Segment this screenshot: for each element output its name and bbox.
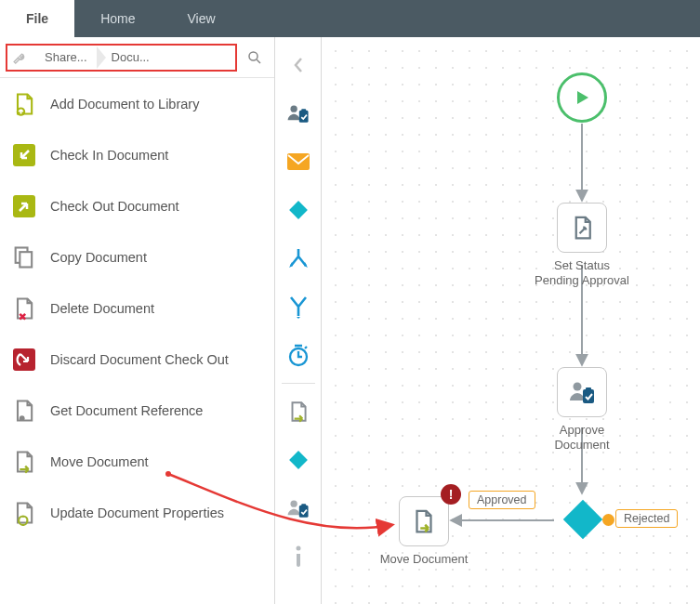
approve-node[interactable]: Approve Document [531, 367, 633, 453]
svg-point-0 [249, 52, 258, 60]
action-doc-ref[interactable]: Get Document Reference [0, 385, 274, 436]
svg-point-10 [290, 105, 297, 112]
svg-rect-13 [287, 153, 310, 170]
action-doc-x[interactable]: Delete Document [0, 282, 274, 334]
split-icon[interactable] [275, 234, 322, 282]
breadcrumb[interactable]: Share... Docu... [6, 44, 237, 72]
menubar: File Home View [0, 0, 700, 37]
action-label: Delete Document [50, 301, 154, 316]
envelope-icon[interactable] [275, 138, 322, 186]
timer-icon[interactable] [275, 331, 322, 379]
doc-ref-icon [11, 398, 37, 424]
action-arrow-in[interactable]: Check In Document [0, 129, 274, 180]
action-arrow-out[interactable]: Check Out Document [0, 180, 274, 231]
search-button[interactable] [241, 44, 269, 72]
doc-go-icon[interactable] [275, 387, 322, 436]
action-label: Discard Document Check Out [50, 352, 229, 367]
svg-rect-28 [563, 500, 602, 539]
doc-x-icon [11, 295, 37, 322]
start-node[interactable] [531, 72, 633, 123]
svg-point-25 [574, 383, 582, 391]
doc-move-icon [11, 449, 37, 475]
crumb-share[interactable]: Share... [30, 46, 97, 69]
decision-node[interactable] [560, 496, 606, 543]
svg-rect-11 [298, 111, 308, 123]
alert-icon: ! [441, 484, 461, 505]
action-doc-copy[interactable]: Copy Document [0, 231, 274, 282]
crumb-docu[interactable]: Docu... [97, 46, 159, 69]
svg-rect-14 [289, 201, 308, 219]
action-doc-up[interactable]: Add Document to Library [0, 78, 274, 129]
connector-dot [602, 514, 614, 526]
set-status-node[interactable]: Set Status Pending Approval [531, 203, 633, 289]
svg-rect-6 [20, 252, 32, 267]
action-discard[interactable]: Discard Document Check Out [0, 334, 274, 385]
svg-rect-27 [586, 387, 591, 391]
diamond-icon[interactable] [275, 186, 322, 234]
menu-tab-view[interactable]: View [161, 0, 241, 37]
approved-badge: Approved [469, 491, 535, 509]
menu-tab-file[interactable]: File [0, 0, 74, 37]
doc-copy-icon [11, 244, 37, 270]
discard-icon [11, 347, 37, 373]
arrow-out-icon [11, 193, 37, 219]
svg-point-29 [165, 471, 171, 477]
svg-point-8 [20, 415, 25, 421]
rejected-badge: Rejected [615, 509, 678, 528]
clipboard-user-icon[interactable] [275, 89, 322, 138]
action-label: Get Document Reference [50, 403, 203, 418]
action-label: Copy Document [50, 250, 147, 265]
wrench-icon [11, 48, 30, 67]
action-label: Check Out Document [50, 199, 179, 214]
approve-label: Approve Document [531, 423, 633, 453]
set-status-label: Set Status Pending Approval [531, 258, 633, 289]
action-label: Add Document to Library [50, 97, 199, 112]
annotation-arrow [164, 437, 424, 576]
arrow-in-icon [11, 142, 37, 168]
svg-line-1 [257, 59, 260, 63]
doc-up-icon [11, 91, 37, 117]
chevron-left-icon[interactable] [275, 41, 322, 89]
action-label: Check In Document [50, 148, 168, 163]
menu-tab-home[interactable]: Home [74, 0, 161, 37]
action-label: Move Document [50, 454, 149, 469]
svg-rect-26 [583, 389, 594, 403]
workflow-canvas[interactable]: Set Status Pending Approval Approve Docu… [322, 37, 700, 604]
merge-icon[interactable] [275, 282, 322, 331]
doc-props-icon [11, 500, 37, 526]
svg-rect-12 [301, 109, 306, 112]
